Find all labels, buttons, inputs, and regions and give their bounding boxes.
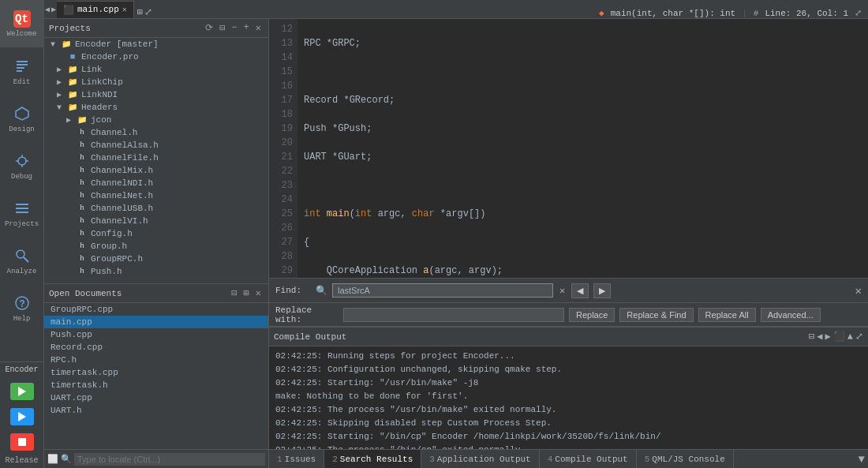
sidebar-item-design[interactable]: Design bbox=[0, 95, 44, 142]
find-close-button[interactable]: ✕ bbox=[855, 284, 862, 298]
bottom-tab-qml-console[interactable]: 5 QML/JS Console bbox=[637, 450, 734, 468]
replace-button[interactable]: Replace bbox=[569, 308, 615, 322]
tab-close-button[interactable]: ✕ bbox=[122, 5, 127, 14]
find-prev-button[interactable]: ◀ bbox=[571, 283, 589, 298]
open-docs-collapse-all[interactable]: ⊟ bbox=[229, 286, 239, 300]
find-clear-icon[interactable]: ✕ bbox=[558, 285, 567, 297]
sidebar-item-projects[interactable]: Projects bbox=[0, 189, 44, 237]
sidebar-item-help[interactable]: ? Help bbox=[0, 284, 44, 331]
analyze-icon bbox=[13, 246, 32, 265]
h-file-icon-usb: h bbox=[76, 203, 88, 214]
collapse-icon[interactable]: − bbox=[229, 21, 239, 35]
sync-icon[interactable]: ⟳ bbox=[203, 21, 215, 35]
compile-line-5: 02:42:25: The process "/usr/bin/make" ex… bbox=[275, 403, 862, 417]
tree-item-encoder[interactable]: ▼ 📁 Encoder [master] bbox=[44, 38, 268, 51]
locate-search-bar: ⬜ 🔍 bbox=[44, 449, 268, 468]
close-panel-icon[interactable]: ✕ bbox=[253, 21, 264, 35]
svg-point-13 bbox=[17, 250, 24, 258]
hash-icon: # bbox=[754, 9, 759, 18]
split-icon[interactable]: ⊞ bbox=[137, 6, 143, 18]
tree-item-channelusb-h[interactable]: h ChannelUSB.h bbox=[44, 202, 268, 215]
replace-find-button[interactable]: Replace & Find bbox=[619, 308, 693, 322]
replace-input[interactable] bbox=[343, 308, 564, 322]
compile-back-icon[interactable]: ◀ bbox=[817, 331, 822, 343]
sidebar-item-debug[interactable]: Debug bbox=[0, 142, 44, 189]
stop-button[interactable] bbox=[10, 433, 34, 451]
folder-icon: 📁 bbox=[60, 39, 73, 50]
tree-item-jcon[interactable]: ▶ 📁 jcon bbox=[44, 114, 268, 126]
release-label: Release bbox=[5, 456, 38, 465]
doc-item-record-cpp[interactable]: Record.cpp bbox=[44, 341, 268, 354]
sidebar: Qt Welcome Edit Design Debug Projects bbox=[0, 0, 44, 468]
tree-item-link[interactable]: ▶ 📁 Link bbox=[44, 63, 268, 76]
tree-item-channelmix-h[interactable]: h ChannelMix.h bbox=[44, 164, 268, 177]
doc-item-push-cpp[interactable]: Push.cpp bbox=[44, 328, 268, 341]
h-file-icon-push: h bbox=[76, 266, 88, 277]
tree-item-channelfile-h[interactable]: h ChannelFile.h bbox=[44, 152, 268, 164]
bottom-tab-app-output[interactable]: 3 Application Output bbox=[421, 450, 539, 468]
tree-item-linkchip[interactable]: ▶ 📁 LinkChip bbox=[44, 76, 268, 88]
filter-icon[interactable]: ⊟ bbox=[217, 21, 227, 35]
sidebar-item-analyze[interactable]: Analyze bbox=[0, 237, 44, 284]
tree-item-channelvi-h[interactable]: h ChannelVI.h bbox=[44, 215, 268, 227]
compile-maximize-icon[interactable]: ⤢ bbox=[855, 331, 863, 343]
add-icon[interactable]: + bbox=[241, 21, 252, 35]
tree-item-group-h[interactable]: h Group.h bbox=[44, 240, 268, 253]
code-editor[interactable]: 12 13 14 15 16 17 18 19 20 21 22 23 24 2… bbox=[269, 19, 868, 278]
compile-collapse-icon[interactable]: ▲ bbox=[847, 331, 853, 343]
sidebar-label-projects: Projects bbox=[5, 220, 39, 228]
doc-item-main-cpp[interactable]: main.cpp bbox=[44, 316, 268, 328]
tree-item-grouprpc-h[interactable]: h GroupRPC.h bbox=[44, 253, 268, 265]
tree-item-channelalsa-h[interactable]: h ChannelAlsa.h bbox=[44, 139, 268, 152]
tab-forward-button[interactable]: ▶ bbox=[51, 1, 57, 18]
open-docs-split[interactable]: ⊞ bbox=[241, 286, 252, 300]
tree-item-linkndi[interactable]: ▶ 📁 LinkNDI bbox=[44, 88, 268, 101]
sidebar-item-welcome[interactable]: Qt Welcome bbox=[0, 0, 44, 47]
tree-arrow: ▼ bbox=[51, 40, 60, 49]
doc-item-timertask-h[interactable]: timertask.h bbox=[44, 379, 268, 391]
compile-output-header: Compile Output ⊟ ◀ ▶ ⬛ ▲ ⤢ bbox=[269, 328, 868, 346]
debug-run-button[interactable] bbox=[10, 408, 34, 425]
compile-stop-icon[interactable]: ⬛ bbox=[833, 331, 845, 343]
expand-icon[interactable]: ⤢ bbox=[855, 8, 862, 18]
h-file-icon-group: h bbox=[76, 241, 88, 252]
edit-icon bbox=[13, 57, 32, 76]
bottom-tab-compile-output[interactable]: 4 Compile Output bbox=[540, 450, 637, 468]
run-button[interactable] bbox=[10, 383, 34, 400]
find-next-button[interactable]: ▶ bbox=[593, 283, 611, 298]
doc-item-rpc-h[interactable]: RPC.h bbox=[44, 354, 268, 366]
find-input[interactable] bbox=[332, 283, 553, 298]
tree-item-config-h[interactable]: h Config.h bbox=[44, 227, 268, 240]
tree-item-channelnet-h[interactable]: h ChannelNet.h bbox=[44, 189, 268, 202]
doc-item-uart-h[interactable]: UART.h bbox=[44, 404, 268, 417]
compile-forward-icon[interactable]: ▶ bbox=[825, 331, 831, 343]
tab-main-cpp[interactable]: ⬛ main.cpp ✕ bbox=[57, 1, 134, 18]
h-file-icon-grouprpc: h bbox=[76, 253, 88, 264]
doc-item-timertask-cpp[interactable]: timertask.cpp bbox=[44, 366, 268, 379]
tree-item-channel-h[interactable]: h Channel.h bbox=[44, 126, 268, 139]
tree-item-headers[interactable]: ▼ 📁 Headers bbox=[44, 101, 268, 114]
compile-content: 02:42:25: Running steps for project Enco… bbox=[269, 346, 868, 449]
maximize-icon[interactable]: ⤢ bbox=[144, 6, 152, 18]
search-input[interactable] bbox=[74, 453, 265, 466]
svg-rect-2 bbox=[17, 67, 24, 69]
bottom-tab-icons: ▼ bbox=[855, 453, 868, 466]
tree-item-encoder-pro[interactable]: ■ Encoder.pro bbox=[44, 51, 268, 63]
sidebar-item-edit[interactable]: Edit bbox=[0, 47, 44, 95]
advanced-button[interactable]: Advanced... bbox=[761, 308, 821, 322]
cpp-file-icon: ⬛ bbox=[63, 5, 74, 15]
h-file-icon-file: h bbox=[76, 152, 88, 163]
compile-line-1: 02:42:25: Running steps for project Enco… bbox=[275, 350, 862, 363]
tree-item-channelndi-h[interactable]: h ChannelNDI.h bbox=[44, 177, 268, 189]
bottom-tab-issues[interactable]: 1 Issues bbox=[269, 450, 324, 468]
bottom-tab-search-results[interactable]: 2 Search Results bbox=[324, 450, 421, 468]
compile-filter-icon[interactable]: ⊟ bbox=[809, 331, 814, 343]
bottom-tab-scroll-icon[interactable]: ▼ bbox=[859, 453, 865, 466]
open-docs-close[interactable]: ✕ bbox=[253, 286, 264, 300]
doc-item-grouprpc-cpp[interactable]: GroupRPC.cpp bbox=[44, 303, 268, 316]
tree-item-push-h[interactable]: h Push.h bbox=[44, 265, 268, 278]
code-text[interactable]: RPC *GRPC; Record *GRecord; Push *GPush;… bbox=[297, 19, 868, 278]
doc-item-uart-cpp[interactable]: UART.cpp bbox=[44, 391, 268, 404]
replace-all-button[interactable]: Replace All bbox=[698, 308, 756, 322]
tab-back-button[interactable]: ◀ bbox=[44, 1, 51, 18]
